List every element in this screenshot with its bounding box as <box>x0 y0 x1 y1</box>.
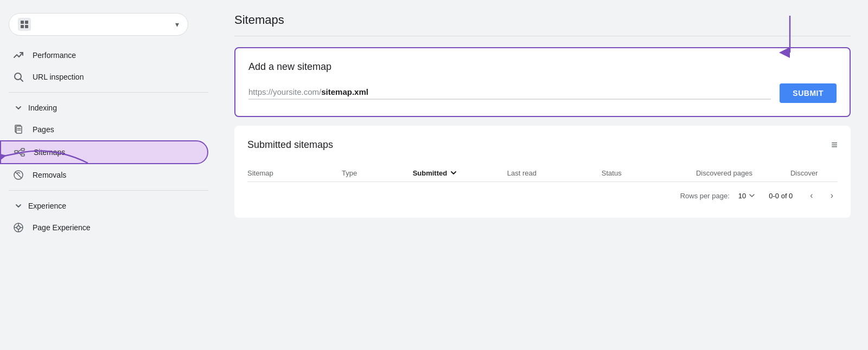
sidebar-item-url-inspection-label: URL inspection <box>33 73 84 81</box>
search-icon <box>13 72 24 82</box>
th-lastread-label: Last read <box>507 169 537 177</box>
submitted-sitemaps-header: Submitted sitemaps ≡ <box>247 139 838 151</box>
th-sitemap: Sitemap <box>247 169 342 177</box>
site-selector-arrow: ▾ <box>175 20 179 29</box>
submitted-sitemaps-card: Submitted sitemaps ≡ Sitemap Type Submit… <box>234 126 851 218</box>
rows-per-page-selector[interactable]: 10 <box>738 192 756 200</box>
indexing-section-header[interactable]: Indexing <box>0 97 217 119</box>
svg-rect-2 <box>21 25 24 28</box>
submitted-sitemaps-title: Submitted sitemaps <box>247 139 333 151</box>
svg-rect-12 <box>21 154 24 156</box>
svg-rect-0 <box>21 21 24 24</box>
submit-arrow-annotation <box>774 16 806 59</box>
trending-up-icon <box>13 50 24 61</box>
th-status-label: Status <box>602 169 622 177</box>
next-icon: › <box>831 191 833 200</box>
sidebar-item-performance-label: Performance <box>33 51 76 60</box>
pages-icon <box>13 124 24 135</box>
svg-rect-11 <box>21 148 24 151</box>
svg-rect-10 <box>15 151 18 153</box>
sitemap-input-wrapper: https://yoursite.com/ <box>248 87 771 100</box>
submit-button[interactable]: SUBMIT <box>780 83 837 103</box>
sidebar-item-url-inspection[interactable]: URL inspection <box>0 66 208 88</box>
site-selector[interactable]: ▾ <box>9 13 188 36</box>
svg-point-4 <box>15 73 21 80</box>
sitemap-url-input[interactable] <box>321 87 430 96</box>
th-type-label: Type <box>342 169 357 177</box>
svg-line-13 <box>18 150 21 152</box>
pagination-info: 0-0 of 0 <box>769 192 793 200</box>
removals-icon <box>13 170 24 180</box>
th-discovered-pages: Discovered pages <box>696 169 790 177</box>
sitemaps-icon <box>14 147 25 158</box>
sidebar-item-pages[interactable]: Pages <box>0 119 208 140</box>
sitemap-base-url: https://yoursite.com/ <box>248 87 321 96</box>
experience-label: Experience <box>28 202 66 210</box>
page-experience-icon <box>13 222 24 233</box>
sidebar-item-sitemaps[interactable]: Sitemaps <box>0 140 208 164</box>
svg-rect-3 <box>25 25 28 28</box>
sidebar-item-removals[interactable]: Removals <box>0 164 208 186</box>
th-discover: Discover <box>790 169 838 177</box>
pagination-prev-button[interactable]: ‹ <box>806 189 817 203</box>
rows-per-page-label: Rows per page: <box>680 192 730 200</box>
sidebar-item-removals-label: Removals <box>33 171 66 179</box>
svg-line-14 <box>18 152 21 155</box>
sidebar-header: ▾ <box>0 9 217 44</box>
sidebar-item-page-experience-label: Page Experience <box>33 223 91 232</box>
th-submitted-label: Submitted <box>413 169 448 177</box>
indexing-label: Indexing <box>28 103 57 112</box>
th-discovered-pages-label: Discovered pages <box>696 169 752 177</box>
rows-per-page-value: 10 <box>738 192 746 200</box>
th-submitted[interactable]: Submitted <box>413 168 507 177</box>
filter-icon[interactable]: ≡ <box>831 139 838 151</box>
sidebar-item-sitemaps-label: Sitemaps <box>34 148 65 157</box>
experience-section-header[interactable]: Experience <box>0 195 217 217</box>
sidebar-item-pages-label: Pages <box>33 125 54 134</box>
expand-experience-icon <box>13 200 24 211</box>
svg-point-19 <box>17 226 20 229</box>
table-header: Sitemap Type Submitted Last read Status … <box>247 164 838 182</box>
prev-icon: ‹ <box>810 191 813 200</box>
sidebar-item-page-experience[interactable]: Page Experience <box>0 217 208 238</box>
svg-rect-1 <box>25 21 28 24</box>
main-content: Sitemaps Add a new sitemap https://yours… <box>217 0 868 350</box>
th-sitemap-label: Sitemap <box>247 169 273 177</box>
add-sitemap-title: Add a new sitemap <box>248 61 837 73</box>
site-icon <box>18 18 31 31</box>
sidebar-item-performance[interactable]: Performance <box>0 44 208 66</box>
page-title: Sitemaps <box>234 13 851 27</box>
page-divider <box>234 36 851 36</box>
add-sitemap-card: Add a new sitemap https://yoursite.com/ … <box>234 47 851 117</box>
th-type: Type <box>342 169 413 177</box>
sort-down-icon <box>449 168 458 177</box>
pagination-next-button[interactable]: › <box>826 189 838 203</box>
expand-icon <box>13 102 24 113</box>
sidebar-divider <box>9 92 208 93</box>
th-lastread: Last read <box>507 169 602 177</box>
sidebar: ▾ Performance URL inspection Indexing <box>0 0 217 350</box>
table-footer: Rows per page: 10 0-0 of 0 ‹ › <box>247 182 838 205</box>
svg-line-5 <box>21 79 23 81</box>
rows-dropdown-icon <box>748 192 756 199</box>
th-discover-label: Discover <box>790 169 818 177</box>
th-status: Status <box>602 169 696 177</box>
sidebar-divider-2 <box>9 190 208 191</box>
sitemap-input-row: https://yoursite.com/ SUBMIT <box>248 83 837 103</box>
